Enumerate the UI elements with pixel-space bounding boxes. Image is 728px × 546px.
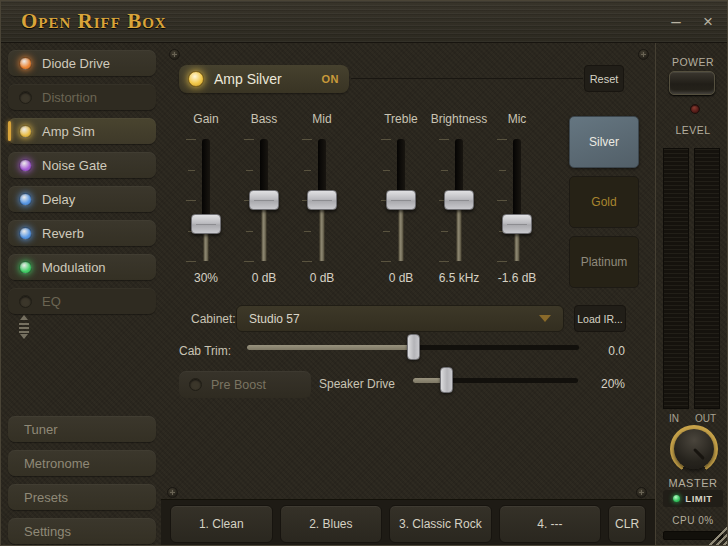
slider-label: Treble (384, 112, 418, 129)
reset-button[interactable]: Reset (584, 65, 624, 92)
slider-tick (186, 261, 196, 262)
slider-value: 0 dB (252, 271, 277, 285)
limit-indicator[interactable]: LIMIT (663, 490, 723, 507)
level-meter-in (663, 148, 689, 409)
amp-model-gold[interactable]: Gold (569, 176, 639, 228)
slider-track-area[interactable] (383, 139, 419, 261)
sidebar-item-label: Modulation (42, 260, 106, 275)
slider-mid: Mid0 dB (293, 112, 351, 285)
sidebar-item-delay[interactable]: Delay (8, 186, 156, 212)
preset-strip: 1. Clean2. Blues3. Classic Rock4. ---CLR (161, 499, 655, 546)
effect-power-led[interactable] (19, 159, 32, 172)
power-button[interactable] (669, 71, 715, 95)
sidebar-item-settings[interactable]: Settings (8, 518, 156, 544)
sidebar-item-tuner[interactable]: Tuner (8, 416, 156, 442)
effect-power-led[interactable] (19, 125, 32, 138)
sidebar-item-label: Metronome (24, 456, 90, 471)
effect-power-led[interactable] (19, 295, 32, 308)
amp-on-label[interactable]: ON (322, 73, 340, 85)
master-knob[interactable] (670, 425, 718, 473)
slider-handle[interactable] (407, 334, 420, 360)
load-ir-button[interactable]: Load IR... (574, 305, 626, 332)
clear-preset-button[interactable]: CLR (608, 505, 646, 543)
cab-trim-slider[interactable] (247, 340, 579, 354)
sidebar-item-label: Delay (42, 192, 75, 207)
slider-handle[interactable] (249, 190, 279, 210)
slider-track-area[interactable] (246, 139, 282, 261)
slider-handle[interactable] (307, 190, 337, 210)
slider-track-area[interactable] (304, 139, 340, 261)
cabinet-value: Studio 57 (249, 312, 539, 326)
slider-track-area[interactable] (441, 139, 477, 261)
screw-icon (636, 487, 647, 498)
limit-led-icon (673, 495, 680, 502)
sidebar-item-reverb[interactable]: Reverb (8, 220, 156, 246)
in-label: IN (669, 413, 679, 424)
cabinet-select[interactable]: Studio 57 (236, 305, 564, 332)
master-section: POWER LEVEL IN OUT MASTER LIMIT CPU 0% (657, 43, 728, 546)
slider-handle[interactable] (444, 190, 474, 210)
amp-model-platinum[interactable]: Platinum (569, 236, 639, 288)
slider-tick (186, 139, 196, 140)
chevron-down-icon (539, 315, 551, 322)
cab-trim-label: Cab Trim: (179, 344, 231, 358)
sidebar-item-presets[interactable]: Presets (8, 484, 156, 510)
amp-power-led[interactable] (188, 71, 204, 87)
slider-handle[interactable] (502, 214, 532, 234)
slider-track-area[interactable] (499, 139, 535, 261)
sidebar-item-label: Diode Drive (42, 56, 110, 71)
effect-power-led[interactable] (19, 261, 32, 274)
sidebar-item-label: Amp Sim (42, 124, 95, 139)
slider-tick (302, 261, 312, 262)
slider-handle[interactable] (440, 367, 453, 393)
preset-slot-3-button[interactable]: 3. Classic Rock (389, 505, 492, 543)
pre-boost-toggle[interactable]: Pre Boost (179, 371, 311, 398)
slider-mic: Mic-1.6 dB (488, 112, 546, 285)
sidebar-item-noise-gate[interactable]: Noise Gate (8, 152, 156, 178)
reorder-effects-icon[interactable] (15, 314, 33, 340)
sidebar-item-metronome[interactable]: Metronome (8, 450, 156, 476)
amp-header[interactable]: Amp Silver ON (179, 65, 349, 93)
preset-slot-1-button[interactable]: 1. Clean (170, 505, 273, 543)
effect-power-led[interactable] (19, 57, 32, 70)
speaker-drive-slider[interactable] (413, 373, 578, 387)
screw-icon (169, 49, 180, 60)
preset-slot-4-button[interactable]: 4. --- (499, 505, 602, 543)
slider-label: Bass (251, 112, 278, 129)
slider-handle[interactable] (191, 214, 221, 234)
slider-tick (441, 170, 448, 171)
slider-tick (439, 261, 449, 262)
slider-label: Mic (508, 112, 527, 129)
slider-label: Brightness (431, 112, 488, 129)
effect-power-led[interactable] (19, 227, 32, 240)
cpu-label: CPU 0% (657, 515, 728, 526)
sidebar-item-amp-sim[interactable]: Amp Sim (8, 118, 156, 144)
power-led (690, 104, 700, 114)
sidebar-item-label: Settings (24, 524, 71, 539)
close-button[interactable]: × (695, 9, 721, 35)
slider-tick (246, 231, 253, 232)
level-label: LEVEL (657, 124, 728, 136)
slider-tick (302, 139, 312, 140)
sidebar-item-diode-drive[interactable]: Diode Drive (8, 50, 156, 76)
sidebar-item-modulation[interactable]: Modulation (8, 254, 156, 280)
slider-tick (381, 261, 391, 262)
sidebar-item-eq[interactable]: EQ (8, 288, 156, 314)
slider-value: 30% (194, 271, 218, 285)
slider-tick (383, 231, 390, 232)
effect-power-led[interactable] (19, 91, 32, 104)
speaker-drive-label: Speaker Drive (319, 377, 395, 391)
effect-power-led[interactable] (19, 193, 32, 206)
amp-model-silver[interactable]: Silver (569, 116, 639, 168)
slider-track-area[interactable] (188, 139, 224, 261)
slider-tick (441, 231, 448, 232)
preset-slot-2-button[interactable]: 2. Blues (280, 505, 383, 543)
sidebar-item-distortion[interactable]: Distortion (8, 84, 156, 110)
pre-boost-led[interactable] (189, 378, 202, 391)
slider-tick (188, 170, 195, 171)
slider-handle[interactable] (386, 190, 416, 210)
slider-tick (304, 170, 311, 171)
sidebar: Diode DriveDistortionAmp SimNoise GateDe… (1, 43, 161, 546)
sidebar-item-label: Distortion (42, 90, 97, 105)
minimize-button[interactable]: – (663, 9, 689, 35)
